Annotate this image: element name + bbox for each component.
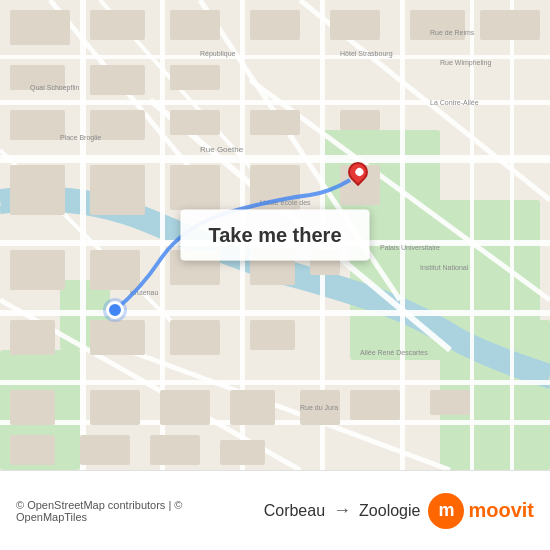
svg-rect-33 [250, 110, 300, 135]
svg-text:Place Broglie: Place Broglie [60, 134, 101, 142]
svg-rect-27 [330, 10, 380, 40]
svg-rect-52 [230, 390, 275, 425]
svg-text:Quai Schoepflin: Quai Schoepflin [30, 84, 80, 92]
svg-rect-49 [10, 390, 55, 425]
svg-rect-37 [170, 165, 220, 210]
svg-text:La Contre-Allée: La Contre-Allée [430, 99, 479, 106]
destination-pin [348, 162, 368, 182]
svg-rect-19 [510, 0, 514, 470]
route-arrow: → [333, 500, 351, 521]
svg-rect-47 [170, 320, 220, 355]
svg-rect-56 [10, 435, 55, 465]
moovit-logo-icon: m [428, 493, 464, 529]
svg-rect-57 [80, 435, 130, 465]
svg-text:Allée René Descartes: Allée René Descartes [360, 349, 428, 356]
svg-text:Rue Goethe: Rue Goethe [200, 145, 244, 154]
svg-text:Hôtel Strasbourg: Hôtel Strasbourg [340, 50, 393, 58]
svg-rect-18 [470, 0, 474, 470]
svg-rect-54 [350, 390, 400, 420]
route-from: Corbeau [264, 502, 325, 520]
svg-text:Palais Universitaire: Palais Universitaire [380, 244, 440, 251]
svg-text:Rue Wimpheling: Rue Wimpheling [440, 59, 491, 67]
svg-rect-32 [170, 110, 220, 135]
svg-rect-41 [90, 250, 140, 290]
map-container: Rue Goethe Quai Schoepflin Place Broglie… [0, 0, 550, 470]
svg-rect-22 [90, 10, 145, 40]
map-attribution: © OpenStreetMap contributors | © OpenMap… [16, 499, 256, 523]
svg-rect-24 [170, 10, 220, 40]
svg-text:Rue du Jura: Rue du Jura [300, 404, 338, 411]
svg-rect-55 [430, 390, 470, 415]
svg-rect-45 [10, 320, 55, 355]
moovit-logo-text: moovit [468, 499, 534, 522]
svg-rect-51 [160, 390, 210, 425]
route-to: Zoologie [359, 502, 420, 520]
svg-rect-17 [400, 0, 405, 470]
svg-rect-58 [150, 435, 200, 465]
svg-rect-36 [90, 165, 145, 215]
svg-rect-29 [480, 10, 540, 40]
svg-text:République: République [200, 50, 236, 58]
svg-rect-35 [10, 165, 65, 215]
svg-rect-50 [90, 390, 140, 425]
svg-rect-26 [250, 10, 300, 40]
svg-rect-20 [10, 10, 70, 45]
svg-rect-25 [170, 65, 220, 90]
origin-location-dot [106, 301, 124, 319]
svg-rect-59 [220, 440, 265, 465]
svg-text:Rue de Reims: Rue de Reims [430, 29, 475, 36]
footer: © OpenStreetMap contributors | © OpenMap… [0, 470, 550, 550]
svg-rect-46 [90, 320, 145, 355]
svg-rect-34 [340, 110, 380, 130]
svg-rect-48 [250, 320, 295, 350]
take-me-there-button[interactable]: Take me there [180, 210, 369, 261]
svg-rect-40 [10, 250, 65, 290]
moovit-logo: m moovit [428, 493, 534, 529]
svg-rect-23 [90, 65, 145, 95]
svg-text:Institut National: Institut National [420, 264, 469, 271]
svg-rect-30 [10, 110, 65, 140]
